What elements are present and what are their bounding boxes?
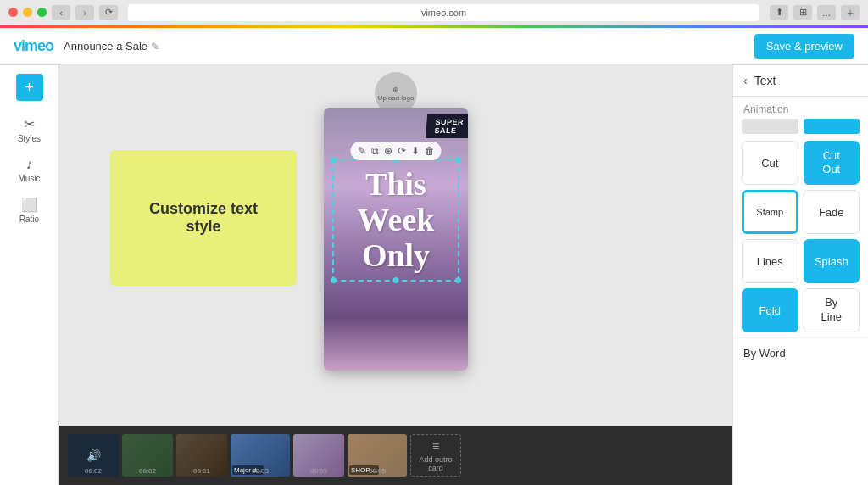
film-clip-purple[interactable]: 00:03: [293, 434, 344, 477]
move-tool-icon[interactable]: ⬇: [411, 145, 420, 157]
left-sidebar: + ✂ Styles ♪ Music ⬜ Ratio: [0, 65, 59, 485]
anim-cut-out[interactable]: CutOut: [804, 141, 860, 185]
video-text-selection[interactable]: ThisWeekOnly: [332, 159, 459, 282]
delete-tool-icon[interactable]: 🗑: [425, 145, 435, 157]
sidebar-item-styles[interactable]: ✂ Styles: [6, 111, 53, 148]
music-label: Music: [18, 174, 40, 183]
clip-time-1: 00:02: [68, 467, 119, 477]
sidebar-item-ratio[interactable]: ⬜ Ratio: [6, 192, 53, 229]
film-clip-shop[interactable]: SHOP ... 00:05: [348, 434, 407, 477]
anim-by-word[interactable]: By Word: [733, 337, 868, 368]
edit-tool-icon[interactable]: ✎: [358, 145, 366, 157]
url-text: vimeo.com: [421, 8, 466, 18]
styles-icon: ✂: [24, 116, 35, 132]
ratio-icon: ⬜: [21, 197, 38, 213]
panel-back-button[interactable]: ‹: [743, 74, 748, 87]
film-clip-2[interactable]: 00:02: [122, 434, 173, 477]
video-card-container: ⊕ Upload logo SUPER SALE ✎ ⧉ ⊕ ⟳ ⬇: [324, 108, 468, 371]
vimeo-logo: vimeo: [14, 37, 53, 55]
sidebar-item-music[interactable]: ♪ Music: [6, 152, 53, 188]
tooltip-text: Customize text style: [131, 200, 276, 236]
filmstrip: 🔊 00:02 00:02 00:01 Major d...: [59, 426, 732, 485]
animation-grid: Cut CutOut Stamp Fade: [733, 136, 868, 337]
clip-shop-time: 00:05: [348, 467, 407, 477]
clip-time-3: 00:01: [176, 467, 227, 477]
anim-splash[interactable]: Splash: [804, 239, 860, 283]
right-panel: ‹ Text Animation Cut CutOut: [732, 65, 868, 485]
add-outro-btn[interactable]: ≡ Add outro card: [410, 434, 461, 477]
tooltip-box: Customize text style: [110, 150, 297, 286]
video-toolbar: ✎ ⧉ ⊕ ⟳ ⬇ 🗑: [351, 142, 442, 160]
clip-major-time: 00:03: [231, 467, 290, 477]
upload-icon: ⊕: [392, 86, 399, 94]
nav-forward-btn[interactable]: ›: [75, 5, 94, 20]
copy-tool-icon[interactable]: ⧉: [371, 145, 379, 157]
selection-handle-bm[interactable]: [393, 277, 399, 283]
video-text-content: ThisWeekOnly: [341, 167, 451, 273]
traffic-light-red[interactable]: [8, 8, 18, 17]
ratio-label: Ratio: [19, 215, 39, 224]
traffic-light-green[interactable]: [37, 8, 47, 17]
selection-handle-bl[interactable]: [331, 277, 337, 283]
anim-stamp[interactable]: Stamp: [742, 190, 798, 234]
film-clip-1[interactable]: 🔊 00:02: [68, 434, 119, 477]
anim-fold[interactable]: Fold: [742, 288, 798, 332]
animation-section-label: Animation: [733, 97, 868, 119]
bookmark-btn[interactable]: ⊞: [793, 5, 812, 20]
more-btn[interactable]: …: [817, 5, 836, 20]
flip-tool-icon[interactable]: ⟳: [398, 145, 406, 157]
selection-handle-br[interactable]: [455, 277, 461, 283]
main-layout: + ✂ Styles ♪ Music ⬜ Ratio Customize tex…: [0, 65, 868, 485]
share-btn[interactable]: ⬆: [770, 5, 788, 20]
clip-time-2: 00:02: [122, 467, 173, 477]
add-button[interactable]: +: [16, 74, 43, 101]
panel-title: Text: [754, 74, 776, 87]
project-name: Announce a Sale ✎: [64, 40, 159, 53]
add-outro-icon: ≡: [432, 439, 439, 453]
address-bar: vimeo.com: [128, 4, 760, 21]
duplicate-tool-icon[interactable]: ⊕: [384, 145, 392, 157]
film-clip-3[interactable]: 00:01: [176, 434, 227, 477]
clip-purple-time: 00:03: [293, 467, 344, 477]
new-tab-btn[interactable]: +: [841, 5, 860, 20]
super-sale-badge: SUPER SALE: [426, 114, 468, 138]
upload-logo-label: Upload logo: [378, 94, 415, 102]
canvas-area: Customize text style ⊕ Upload logo SUPER…: [59, 65, 732, 485]
edit-project-name-icon[interactable]: ✎: [151, 41, 159, 53]
anim-fade[interactable]: Fade: [804, 190, 860, 234]
video-card: SUPER SALE ✎ ⧉ ⊕ ⟳ ⬇ 🗑 ThisWeekOnly: [324, 108, 468, 371]
film-clip-major[interactable]: Major d... 00:03: [231, 434, 290, 477]
save-preview-button[interactable]: Save & preview: [754, 34, 854, 59]
topbar: vimeo Announce a Sale ✎ Save & preview: [0, 28, 868, 65]
nav-back-btn[interactable]: ‹: [52, 5, 70, 20]
traffic-light-yellow[interactable]: [23, 8, 32, 17]
panel-header: ‹ Text: [733, 65, 868, 97]
styles-label: Styles: [18, 134, 41, 143]
anim-lines[interactable]: Lines: [742, 239, 798, 283]
browser-chrome: ‹ › ⟳ vimeo.com ⬆ ⊞ … +: [0, 0, 868, 25]
add-outro-label: Add outro card: [411, 455, 460, 472]
project-name-text: Announce a Sale: [64, 40, 147, 53]
music-icon: ♪: [26, 157, 33, 172]
anim-by-line[interactable]: ByLine: [804, 288, 860, 332]
nav-refresh-btn[interactable]: ⟳: [99, 5, 118, 20]
selection-handle-tr[interactable]: [455, 157, 461, 163]
anim-cut[interactable]: Cut: [742, 141, 798, 185]
app: vimeo Announce a Sale ✎ Save & preview +…: [0, 28, 868, 485]
panel-scroll[interactable]: Animation Cut CutOut: [733, 97, 868, 485]
selection-handle-tl[interactable]: [331, 157, 337, 163]
